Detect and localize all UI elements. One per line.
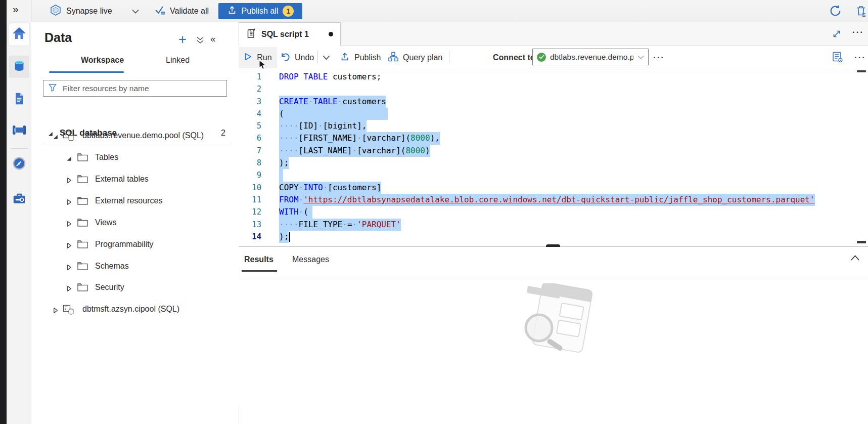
line-number: 1 [239,71,261,83]
publish-all-label: Publish all [242,7,279,16]
expanded-caret-icon[interactable] [52,133,59,142]
active-results-tab-indicator [242,270,277,272]
tab-messages[interactable]: Messages [292,255,329,264]
code-line: ····[FIRST_NAME]·[varchar](8000), [279,132,815,144]
collapsed-caret-icon[interactable] [66,242,72,251]
tree-item-external-tables[interactable]: External tables [31,169,239,190]
undo-icon [280,52,290,64]
add-resource-icon[interactable]: + [178,32,187,48]
collapsed-caret-icon[interactable] [66,177,72,186]
tree-item-schemas[interactable]: Schemas [31,256,239,277]
tree-item-dbtlabs-revenue-demo-pool-sql[interactable]: dbtlabs.revenue.demo.pool (SQL) [31,125,239,147]
undo-button[interactable]: Undo [280,47,314,68]
collapsed-caret-icon[interactable] [66,285,72,294]
code-line: DROP TABLE customers; [279,71,815,83]
collapse-results-chevron-icon[interactable] [850,254,860,263]
sidebar-item-data[interactable] [9,56,29,78]
window-edge [0,0,7,424]
validate-all-button[interactable]: Validate all [154,3,209,19]
code-line: CREATE·TABLE·customers [279,96,815,108]
tree-item-label: Programmability [95,240,154,249]
folder-icon [77,283,88,293]
trash-icon[interactable] [855,5,867,19]
chevron-down-icon[interactable] [132,7,139,16]
toolbar-more-icon[interactable]: ··· [653,47,665,68]
sidebar-item-monitor[interactable] [9,153,29,176]
query-plan-button[interactable]: Query plan [388,47,442,68]
publish-all-button[interactable]: Publish all 1 [218,3,302,19]
data-explorer-panel: Data + « Workspace Linked SQL database 2… [31,22,239,424]
results-divider [239,279,868,279]
sidebar-item-manage[interactable] [9,188,29,210]
tab-label: SQL script 1 [261,30,323,39]
gauge-icon [12,156,26,173]
tree-item-label: External resources [95,196,162,205]
tree-item-security[interactable]: Security [31,277,239,299]
pool-icon [63,305,74,317]
line-number: 5 [239,120,261,132]
code-line: ); [279,231,815,243]
line-number: 13 [239,219,261,231]
properties-icon[interactable] [832,51,844,65]
sql-code-editor[interactable]: 1234567891011121314 DROP TABLE customers… [239,69,868,247]
line-number: 14 [239,231,261,243]
toolbar-overflow-icon[interactable]: ··· [854,47,866,68]
run-button[interactable]: Run [239,47,277,68]
filter-resources-input[interactable] [62,83,221,94]
mode-selector[interactable]: Synapse live [50,3,139,19]
connection-dropdown[interactable]: dbtlabs.revenue.demo.pool [532,49,649,65]
tab-linked[interactable]: Linked [162,54,194,67]
tab-more-actions-icon[interactable]: ··· [852,27,864,37]
chevron-down-icon [323,53,330,62]
collapse-panel-icon[interactable]: « [210,33,216,45]
tab-sql-script-1[interactable]: SQL script 1 [239,22,341,46]
code-line: ); [279,157,815,169]
tree-item-views[interactable]: Views [31,213,239,234]
synapse-studio-window: Synapse live Validate all Publish all 1 [0,0,868,424]
toolbar-divider [449,51,449,63]
unsaved-dot-icon [329,32,333,36]
code-lines: DROP TABLE customers;CREATE·TABLE·custom… [279,71,815,243]
expand-editor-icon[interactable] [832,29,842,41]
results-panel: Results Messages [239,247,868,405]
sidebar-item-integrate[interactable] [9,120,29,142]
run-options-chevron[interactable] [323,47,330,68]
tab-workspace[interactable]: Workspace [77,54,128,67]
undo-label: Undo [295,53,314,62]
line-number: 3 [239,96,261,108]
collapsed-caret-icon[interactable] [66,198,72,207]
overview-ruler-mark [857,70,866,72]
sql-script-icon [246,28,256,41]
expand-rail-icon[interactable]: » [13,3,18,15]
expanded-caret-icon[interactable] [66,155,72,164]
sidebar-item-home[interactable] [9,23,29,46]
validate-all-label: Validate all [170,7,209,16]
tab-results[interactable]: Results [244,255,273,264]
collapsed-caret-icon[interactable] [66,264,72,273]
text-caret [289,232,290,242]
connection-name: dbtlabs.revenue.demo.pool [550,53,633,62]
line-number: 12 [239,206,261,218]
publish-button[interactable]: Publish [340,47,381,68]
tree-item-label: dbtlabs.revenue.demo.pool (SQL) [82,131,204,140]
collapse-all-icon[interactable] [196,36,204,46]
query-plan-icon [388,52,398,64]
rail-divider [11,148,27,149]
pipeline-icon [12,123,27,139]
left-nav-rail: » [7,0,32,424]
refresh-icon[interactable] [829,5,842,19]
line-number-gutter: 1234567891011121314 [239,71,261,243]
tree-item-external-resources[interactable]: External resources [31,191,239,212]
collapsed-caret-icon[interactable] [66,220,72,229]
code-line [279,83,815,95]
collapsed-caret-icon[interactable] [52,307,59,316]
tree-item-label: Schemas [95,262,129,271]
sidebar-item-develop[interactable] [9,89,29,111]
line-number: 10 [239,182,261,194]
tree-item-programmability[interactable]: Programmability [31,234,239,256]
chevron-down-icon [637,53,644,62]
tree-item-dbtmsft-azsyn-cipool-sql[interactable]: dbtmsft.azsyn.cipool (SQL) [31,299,239,320]
tree-item-label: Views [95,218,116,227]
tree-item-tables[interactable]: Tables [31,147,239,168]
synapse-live-icon [50,4,62,18]
